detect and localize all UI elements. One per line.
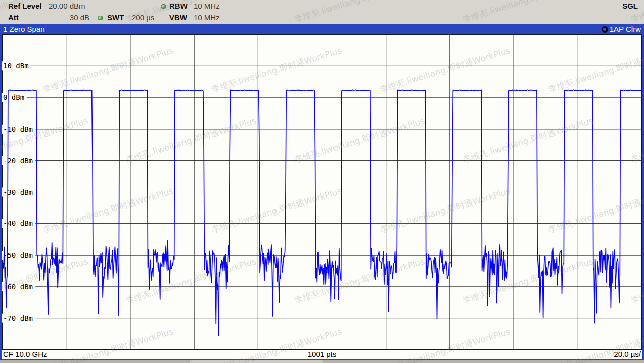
settings-header: Ref Level 20.00 dBm Att 30 dB SWT 200 µs…	[0, 0, 644, 24]
window-titlebar: 1 Zero Span 1AP Clrw	[0, 24, 644, 34]
vbw-value[interactable]: 10 MHz	[194, 13, 220, 22]
y-tick-label: -60 dBm	[3, 283, 33, 291]
swt-led-icon	[98, 16, 103, 20]
y-tick-label: -70 dBm	[3, 314, 33, 322]
y-tick-label: 0 dBm	[3, 93, 24, 101]
diagram-frame: 10 dBm0 dBm-10 dBm-20 dBm-30 dBm-40 dBm-…	[0, 34, 644, 360]
single-sweep-badge: SGL	[622, 2, 638, 10]
att-label: Att	[8, 13, 19, 22]
sweep-points-value: 1001 pts	[2, 350, 642, 359]
ref-level-value[interactable]: 20.00 dBm	[49, 2, 85, 10]
x-axis-footer: CF 10.0 GHz 1001 pts 20.0 µs/	[2, 350, 642, 360]
window-title: 1 Zero Span	[3, 25, 45, 33]
trace-enabled-icon	[602, 26, 608, 33]
zero-span-plot[interactable]: 10 dBm0 dBm-10 dBm-20 dBm-30 dBm-40 dBm-…	[2, 34, 642, 350]
spectrum-analyzer-screen: Ref Level 20.00 dBm Att 30 dB SWT 200 µs…	[0, 0, 644, 363]
trace-chart[interactable]: 10 dBm0 dBm-10 dBm-20 dBm-30 dBm-40 dBm-…	[2, 34, 642, 350]
rbw-led-icon	[161, 4, 166, 9]
swt-value[interactable]: 200 µs	[132, 13, 154, 22]
rbw-value[interactable]: 10 MHz	[194, 2, 220, 10]
trace-indicator-label: 1AP Clrw	[610, 24, 641, 34]
time-per-div-value[interactable]: 20.0 µs/	[614, 350, 641, 359]
bottom-strip	[0, 360, 644, 363]
bottom-strip-highlight	[190, 360, 323, 363]
swt-label: SWT	[107, 13, 124, 22]
ref-level-label: Ref Level	[8, 2, 42, 10]
att-value[interactable]: 30 dB	[50, 13, 89, 22]
y-tick-label: 10 dBm	[3, 62, 29, 70]
trace-enabled-icon-core	[603, 28, 606, 31]
vbw-label: VBW	[169, 13, 187, 22]
rbw-label: RBW	[169, 2, 188, 10]
trace-indicator[interactable]: 1AP Clrw	[602, 24, 641, 34]
